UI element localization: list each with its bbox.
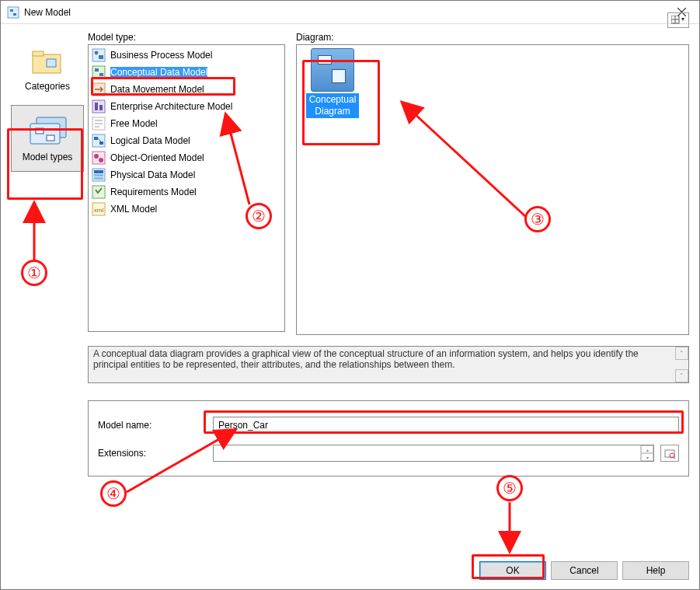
diagram-column: Diagram: ConceptualDiagram — [296, 32, 689, 335]
svg-rect-1 — [10, 9, 13, 12]
app-icon — [7, 6, 19, 19]
sidebar-item-categories[interactable]: Categories — [11, 35, 84, 102]
list-item[interactable]: Conceptual Data Model — [90, 64, 283, 81]
list-item-label: Requirements Model — [110, 187, 197, 197]
svg-rect-10 — [36, 128, 44, 134]
svg-rect-14 — [99, 55, 103, 59]
spin-up-icon: ▴ — [641, 445, 653, 453]
list-item[interactable]: Object-Oriented Model — [90, 149, 283, 166]
svg-rect-6 — [33, 51, 44, 56]
model-name-row: Model name: — [98, 417, 679, 434]
list-item[interactable]: Logical Data Model — [90, 132, 283, 149]
description-box: A conceptual data diagram provides a gra… — [88, 346, 689, 383]
diagram-item-label: ConceptualDiagram — [306, 93, 360, 118]
spin-down-icon: ▾ — [641, 453, 653, 461]
extensions-spinner[interactable]: ▴▾ — [640, 445, 653, 461]
list-item-label: XML Model — [110, 204, 157, 215]
svg-rect-31 — [94, 170, 103, 173]
extensions-combo[interactable]: ▴▾ — [213, 445, 654, 462]
conceptual-diagram-icon — [311, 48, 354, 92]
model-type-column: Model type: Business Process Model Conce… — [88, 32, 285, 335]
sidebar-item-label: Model types — [23, 152, 73, 162]
free-icon — [92, 117, 106, 131]
model-name-label: Model name: — [98, 420, 213, 431]
ldm-icon — [92, 134, 106, 148]
form-panel: Model name: Extensions: ▴▾ — [88, 400, 689, 477]
svg-rect-11 — [47, 135, 54, 141]
svg-rect-23 — [92, 134, 105, 147]
folder-icon — [30, 45, 65, 78]
svg-rect-27 — [92, 152, 105, 164]
list-item[interactable]: Physical Data Model — [90, 166, 283, 183]
svg-rect-16 — [95, 68, 99, 72]
svg-point-29 — [99, 158, 103, 162]
list-item-label: Conceptual Data Model — [110, 67, 207, 78]
scroll-up-button[interactable]: ˄ — [675, 347, 688, 360]
rqm-icon — [92, 185, 106, 199]
grid-dropdown-icon — [671, 16, 685, 25]
svg-rect-21 — [99, 105, 103, 110]
list-item-label: Data Movement Model — [110, 84, 204, 95]
svg-rect-25 — [99, 141, 103, 145]
sidebar-item-label: Categories — [25, 81, 70, 92]
cancel-button[interactable]: Cancel — [551, 561, 618, 580]
view-mode-button[interactable] — [667, 12, 689, 28]
svg-line-42 — [674, 457, 675, 459]
svg-rect-32 — [94, 174, 103, 176]
footer: OK Cancel Help — [1, 549, 699, 589]
diagram-list[interactable]: ConceptualDiagram — [296, 44, 689, 335]
sidebar: Categories Model types — [7, 32, 88, 335]
diagram-item-conceptual[interactable]: ConceptualDiagram — [300, 48, 365, 118]
extensions-label: Extensions: — [98, 448, 213, 459]
list-item[interactable]: Enterprise Architecture Model — [90, 98, 283, 115]
svg-rect-2 — [13, 13, 16, 16]
svg-rect-7 — [47, 59, 56, 67]
list-item[interactable]: xml XML Model — [90, 201, 283, 218]
svg-point-13 — [95, 51, 99, 55]
titlebar: New Model — [1, 1, 699, 24]
list-item-label: Logical Data Model — [110, 135, 190, 146]
columns: Model type: Business Process Model Conce… — [88, 32, 689, 335]
eam-icon — [92, 99, 106, 113]
diagram-header: Diagram: — [296, 32, 689, 43]
list-item-label: Physical Data Model — [110, 169, 195, 180]
svg-rect-33 — [94, 177, 103, 180]
list-item[interactable]: Requirements Model — [90, 183, 283, 201]
pdm-icon — [92, 168, 106, 182]
model-type-header: Model type: — [88, 32, 285, 43]
description-scrollbar[interactable]: ˄ ˅ — [675, 347, 688, 382]
svg-point-28 — [94, 154, 99, 159]
list-item-label: Business Process Model — [110, 50, 212, 61]
ok-button[interactable]: OK — [479, 561, 546, 580]
list-item-label: Free Model — [110, 118, 158, 129]
svg-rect-24 — [94, 137, 98, 140]
description-text: A conceptual data diagram provides a gra… — [93, 348, 639, 370]
dmm-icon — [92, 82, 106, 96]
scroll-down-button[interactable]: ˅ — [675, 369, 688, 382]
svg-rect-19 — [92, 100, 105, 113]
model-name-input[interactable] — [213, 417, 679, 434]
svg-rect-20 — [95, 103, 98, 110]
upper-pane: Categories Model types Model type: — [7, 32, 689, 335]
svg-rect-15 — [92, 66, 105, 79]
list-item[interactable]: Free Model — [90, 115, 283, 132]
list-item[interactable]: Business Process Model — [90, 47, 283, 64]
help-button[interactable]: Help — [622, 561, 689, 580]
list-item[interactable]: Data Movement Model — [90, 81, 283, 98]
svg-rect-9 — [30, 124, 60, 144]
extensions-row: Extensions: ▴▾ — [98, 445, 679, 462]
new-model-dialog: New Model Categories — [0, 0, 700, 590]
svg-rect-17 — [99, 73, 103, 76]
sidebar-item-model-types[interactable]: Model types — [11, 105, 84, 172]
dialog-body: Categories Model types Model type: — [1, 24, 699, 549]
model-types-icon — [26, 114, 69, 148]
model-type-list[interactable]: Business Process Model Conceptual Data M… — [88, 44, 285, 332]
list-item-label: Enterprise Architecture Model — [110, 101, 232, 112]
svg-rect-0 — [8, 7, 19, 18]
bpm-icon — [92, 48, 106, 62]
cdm-icon — [92, 65, 106, 79]
extensions-browse-button[interactable] — [660, 445, 679, 462]
svg-text:xml: xml — [94, 207, 104, 214]
browse-icon — [664, 448, 675, 459]
list-item-label: Object-Oriented Model — [110, 152, 204, 163]
